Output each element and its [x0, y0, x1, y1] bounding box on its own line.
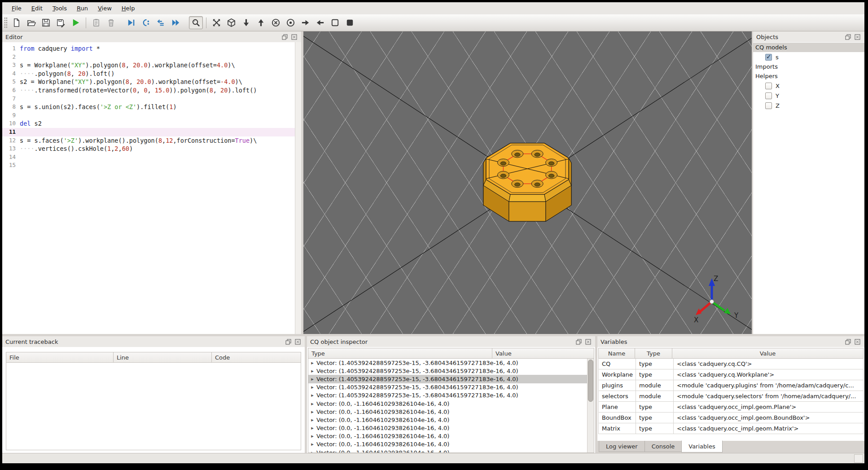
variable-row[interactable]: CQtype<class 'cadquery.cq.CQ'> [598, 359, 864, 369]
viewport-3d[interactable]: Z X Y [303, 31, 752, 334]
fit-all-button[interactable] [210, 16, 224, 29]
view-right-button[interactable] [298, 16, 312, 29]
inspector-row[interactable]: ▸Vector: (0.0, -1.1604610293826104e-16, … [308, 400, 587, 408]
close-icon[interactable] [584, 338, 592, 345]
view-back-button[interactable] [284, 16, 298, 29]
variable-row[interactable]: Matrixtype<class 'cadquery.occ_impl.geom… [598, 423, 864, 434]
column-header-name[interactable]: Name [598, 348, 635, 359]
column-header-value[interactable]: Value [672, 348, 864, 359]
checkbox-s[interactable] [765, 54, 772, 61]
expand-arrow-icon[interactable]: ▸ [308, 425, 316, 431]
traceback-body[interactable] [6, 363, 301, 450]
column-header-type[interactable]: Type [308, 348, 492, 359]
editor-body[interactable]: 1from cadquery import *23s = Workplane("… [2, 42, 301, 334]
tree-section-cq-models[interactable]: CQ models [753, 43, 864, 52]
wireframe-button[interactable] [328, 16, 342, 29]
tree-section-imports[interactable]: Imports [753, 62, 864, 71]
close-icon[interactable] [290, 34, 298, 40]
tree-item-y[interactable]: Y [753, 91, 864, 101]
menu-tools[interactable]: Tools [48, 3, 72, 13]
checkbox-x[interactable] [765, 83, 772, 89]
run-button[interactable] [69, 16, 83, 29]
expand-arrow-icon[interactable]: ▸ [308, 392, 316, 398]
view-left-button[interactable] [313, 16, 327, 29]
inspector-row[interactable]: ▸Vector: (0.0, -1.1604610293826104e-16, … [308, 448, 587, 452]
menu-view[interactable]: View [93, 3, 117, 13]
step-into-button[interactable] [139, 16, 153, 29]
expand-arrow-icon[interactable]: ▸ [308, 401, 316, 407]
column-header-type[interactable]: Type [635, 348, 672, 359]
column-header-code[interactable]: Code [211, 352, 301, 363]
zoom-button[interactable] [189, 16, 203, 29]
float-icon[interactable] [281, 34, 289, 40]
inspector-row[interactable]: ▸Vector: (0.0, -1.1604610293826104e-16, … [308, 424, 587, 432]
new-file-button[interactable] [9, 16, 23, 29]
column-header-line[interactable]: Line [113, 352, 212, 363]
close-icon[interactable] [854, 338, 861, 345]
inspector-row[interactable]: ▸Vector: (0.0, -1.1604610293826104e-16, … [308, 408, 587, 416]
scrollbar-thumb[interactable] [588, 360, 593, 402]
close-icon[interactable] [294, 338, 302, 345]
shaded-button[interactable] [343, 16, 357, 29]
tree-item-s[interactable]: s [753, 52, 864, 62]
expand-arrow-icon[interactable]: ▸ [308, 360, 316, 366]
inspector-scrollbar[interactable] [587, 359, 594, 452]
save-button[interactable] [39, 16, 53, 29]
variable-row[interactable]: Planetype<class 'cadquery.occ_impl.geom.… [598, 402, 864, 413]
expand-arrow-icon[interactable]: ▸ [308, 384, 316, 390]
expand-arrow-icon[interactable]: ▸ [308, 376, 316, 382]
float-icon[interactable] [844, 34, 852, 40]
continue-button[interactable] [169, 16, 183, 29]
menu-edit[interactable]: Edit [26, 3, 48, 13]
menu-file[interactable]: File [7, 3, 26, 13]
variable-row[interactable]: Workplanetype<class 'cadquery.cq.Workpla… [598, 369, 864, 380]
variable-row[interactable]: BoundBoxtype<class 'cadquery.occ_impl.ge… [598, 413, 864, 423]
float-icon[interactable] [285, 338, 292, 345]
inspector-row[interactable]: ▸Vector: (1.4053924288597253e-15, -3.680… [308, 375, 587, 383]
expand-arrow-icon[interactable]: ▸ [308, 441, 316, 447]
column-header-file[interactable]: File [6, 352, 114, 363]
tab-console[interactable]: Console [644, 441, 682, 452]
inspector-row[interactable]: ▸Vector: (1.4053924288597253e-15, -3.680… [308, 391, 587, 400]
toolbar-drag-handle[interactable] [4, 17, 7, 29]
inspector-row[interactable]: ▸Vector: (1.4053924288597253e-15, -3.680… [308, 383, 587, 391]
code-area[interactable]: 1from cadquery import *23s = Workplane("… [2, 42, 295, 334]
tree-item-z[interactable]: Z [753, 101, 864, 110]
expand-arrow-icon[interactable]: ▸ [308, 368, 316, 374]
float-icon[interactable] [844, 338, 852, 345]
resize-grip[interactable] [854, 454, 863, 463]
expand-arrow-icon[interactable]: ▸ [308, 417, 316, 423]
close-icon[interactable] [854, 34, 861, 40]
view-top-button[interactable] [254, 16, 268, 29]
tree-section-helpers[interactable]: Helpers [753, 71, 864, 81]
step-out-button[interactable] [154, 16, 168, 29]
variable-row[interactable]: pluginsmodule<module 'cadquery.plugins' … [598, 380, 864, 391]
inspector-row[interactable]: ▸Vector: (1.4053924288597253e-15, -3.680… [308, 359, 587, 367]
variable-row[interactable]: selectorsmodule<module 'cadquery.selecto… [598, 391, 864, 402]
expand-arrow-icon[interactable]: ▸ [308, 433, 316, 439]
tab-variables[interactable]: Variables [681, 440, 722, 452]
inspector-row[interactable]: ▸Vector: (0.0, -1.1604610293826104e-16, … [308, 416, 587, 424]
float-icon[interactable] [575, 338, 583, 345]
column-header-value[interactable]: Value [492, 348, 594, 359]
tab-log-viewer[interactable]: Log viewer [599, 441, 645, 452]
editor-scrollbar[interactable] [295, 42, 301, 334]
tree-item-x[interactable]: X [753, 81, 864, 91]
checkbox-y[interactable] [765, 92, 772, 99]
debug-step-button[interactable] [124, 16, 138, 29]
view-bottom-button[interactable] [239, 16, 253, 29]
view-front-button[interactable] [269, 16, 283, 29]
checkbox-z[interactable] [765, 102, 772, 109]
open-button[interactable] [24, 16, 38, 29]
save-as-button[interactable] [54, 16, 68, 29]
menu-help[interactable]: Help [117, 3, 140, 13]
inspector-row[interactable]: ▸Vector: (1.4053924288597253e-15, -3.680… [308, 367, 587, 375]
iso-view-button[interactable] [224, 16, 238, 29]
expand-arrow-icon[interactable]: ▸ [308, 409, 316, 415]
trash-button[interactable] [104, 16, 118, 29]
inspector-row[interactable]: ▸Vector: (0.0, -1.1604610293826104e-16, … [308, 432, 587, 440]
inspector-row[interactable]: ▸Vector: (0.0, -1.1604610293826104e-16, … [308, 440, 587, 448]
clipboard-button[interactable] [89, 16, 103, 29]
expand-arrow-icon[interactable]: ▸ [308, 450, 316, 452]
menu-run[interactable]: Run [72, 3, 93, 13]
